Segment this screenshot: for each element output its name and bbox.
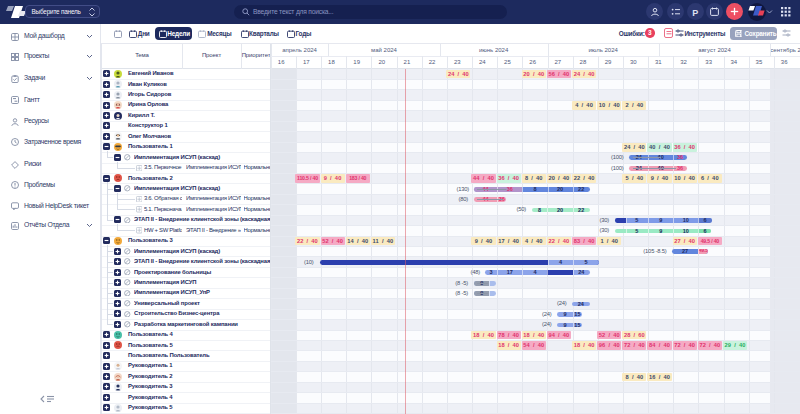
svg-text:P: P — [692, 7, 698, 17]
